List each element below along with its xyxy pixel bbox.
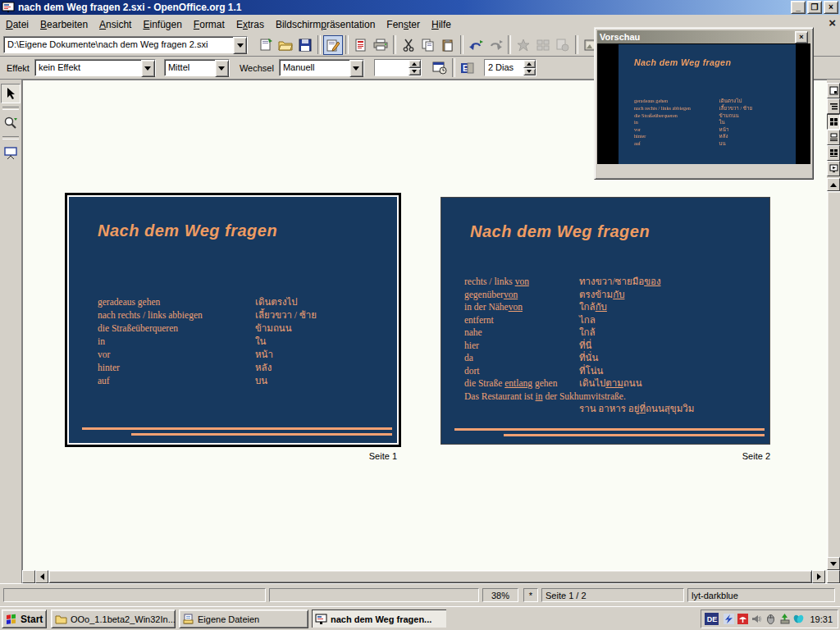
vocab-row: rechts / links vonทางขวา/ซายมือของ [464, 276, 694, 289]
app-icon [2, 2, 15, 13]
taskbar: Start OOo_1.1beta2_Win32In... Eigene Dat… [0, 606, 840, 630]
task-button-impress-active[interactable]: nach dem Weg fragen... [312, 609, 447, 628]
scroll-down-icon[interactable] [827, 557, 840, 570]
export-pdf-icon[interactable] [351, 35, 371, 55]
vocab-row: geradeaus gehenเดินตรงไป [98, 295, 317, 308]
slide-sorter-view-icon[interactable] [827, 114, 840, 130]
th-text: หน้า [255, 349, 273, 359]
preview-body: Nach dem Weg fragen geradeaus gehenเดินต… [597, 43, 810, 164]
scroll-left-icon[interactable] [35, 570, 48, 583]
de-text: dort [464, 365, 579, 378]
slide-1-canvas[interactable]: Nach dem Weg fragen geradeaus gehenเดินต… [619, 44, 796, 164]
th-text: หลัง [255, 363, 272, 372]
menu-hilfe[interactable]: Hilfe [426, 16, 457, 33]
transition-combobox[interactable]: Manuell [279, 59, 364, 76]
slide-divider-line [454, 428, 765, 431]
slide-2-canvas[interactable]: Nach dem Weg fragen rechts / links vonทา… [441, 198, 769, 444]
redo-icon[interactable] [486, 35, 505, 55]
tray-antivirus-icon[interactable] [737, 614, 748, 624]
vocab-row: vorหน้า [98, 348, 317, 361]
save-icon[interactable] [295, 35, 315, 55]
layout-name-field[interactable]: lyt-darkblue [687, 588, 835, 602]
restore-button[interactable]: ❐ [807, 1, 822, 14]
effects-window-icon[interactable] [430, 58, 450, 78]
copy-icon[interactable] [418, 35, 438, 55]
draw-functions-icon[interactable] [553, 35, 573, 55]
menu-fenster[interactable]: Fenster [381, 16, 426, 33]
scroll-up-icon[interactable] [827, 178, 840, 191]
transition-label: Wechsel [240, 63, 274, 73]
tray-eject-hardware-icon[interactable] [779, 614, 790, 624]
handout-view-icon[interactable] [827, 145, 840, 161]
preview-close-icon[interactable]: × [795, 31, 808, 43]
th-text: บน [255, 376, 267, 386]
scrollbar-splitter[interactable] [22, 570, 35, 583]
horizontal-scrollbar-thumb[interactable] [48, 570, 812, 583]
drawing-view-icon[interactable] [827, 83, 840, 98]
scroll-right-icon[interactable] [812, 570, 825, 583]
horizontal-scrollbar[interactable] [22, 570, 840, 583]
menu-einfuegen[interactable]: Einfügen [137, 16, 187, 33]
toolbar-separator [508, 35, 511, 54]
menu-extras[interactable]: Extras [231, 16, 270, 33]
zoom-level-field[interactable]: 38% [482, 588, 518, 602]
preview-titlebar[interactable]: Vorschau × [597, 30, 810, 43]
outline-view-icon[interactable] [827, 98, 840, 114]
tray-lightning-icon[interactable] [724, 614, 734, 624]
start-presentation-icon[interactable] [827, 161, 840, 176]
start-button[interactable]: Start [2, 609, 47, 628]
de-text: hinter [634, 133, 719, 140]
menu-datei[interactable]: Datei [0, 16, 34, 33]
tray-volume-icon[interactable] [751, 614, 762, 624]
tray-display-utility-icon[interactable] [793, 614, 804, 624]
slide-2-frame[interactable]: Nach dem Weg fragen rechts / links vonทา… [441, 197, 770, 445]
undo-icon[interactable] [466, 35, 486, 55]
effect-dropdown-icon[interactable] [141, 60, 155, 77]
task-button-folder[interactable]: OOo_1.1beta2_Win32In... [51, 609, 176, 628]
select-pointer-icon[interactable] [1, 84, 21, 103]
vocab-row: die Straßeüberquerenข้ามถนน [634, 112, 752, 119]
menu-format[interactable]: Format [188, 16, 231, 33]
url-dropdown-icon[interactable] [233, 37, 247, 54]
document-close-icon[interactable]: × [829, 16, 836, 29]
vocab-row: hierที่นี่ [464, 340, 694, 353]
close-button[interactable]: × [824, 1, 838, 14]
menu-bildschirmpraesentation[interactable]: Bildschirmpräsentation [270, 16, 381, 33]
print-icon[interactable] [371, 35, 390, 55]
de-text: die Straßeüberqueren [634, 112, 719, 119]
vocab-row: nach rechts / links abbiegenเลี้ยวขวา / … [98, 308, 317, 322]
time-spinner[interactable] [374, 59, 422, 76]
slide-1-canvas[interactable]: Nach dem Weg fragen geradeaus gehenเดินต… [69, 197, 397, 443]
taskbar-clock[interactable]: 19:31 [810, 614, 833, 624]
menu-ansicht[interactable]: Ansicht [94, 16, 137, 33]
effect-combobox[interactable]: kein Effekt [34, 59, 156, 76]
insert-fields-icon[interactable] [533, 35, 553, 55]
zoom-icon[interactable] [1, 113, 21, 133]
transition-dropdown-icon[interactable] [349, 60, 363, 77]
url-combobox[interactable]: D:\Eigene Dokumente\nach dem Weg fragen … [3, 36, 248, 53]
paste-icon[interactable] [438, 35, 458, 55]
new-document-icon[interactable] [256, 35, 276, 55]
th-text: ข้ามถนน [255, 323, 292, 333]
menu-bearbeiten[interactable]: Bearbeiten [34, 16, 94, 33]
right-scrollbar-strip [827, 80, 840, 583]
minimize-button[interactable]: _ [791, 1, 806, 14]
preview-window[interactable]: Vorschau × Nach dem Weg fragen geradeaus… [594, 27, 814, 180]
presentation-icon[interactable] [1, 143, 21, 162]
tray-mouse-icon[interactable] [765, 614, 776, 624]
insert-object-icon[interactable] [514, 35, 533, 55]
edit-file-icon[interactable] [323, 35, 343, 55]
speed-combobox[interactable]: Mittel [164, 59, 230, 76]
th-text: บน [719, 141, 726, 146]
interaction-icon[interactable]: E [458, 58, 477, 78]
notes-view-icon[interactable] [827, 130, 840, 145]
window-titlebar[interactable]: nach dem Weg fragen 2.sxi - OpenOffice.o… [0, 0, 840, 15]
cut-icon[interactable] [399, 35, 418, 55]
speed-dropdown-icon[interactable] [215, 60, 229, 77]
keyboard-language-indicator[interactable]: DE [705, 613, 719, 625]
dias-spinner[interactable]: 2 Dias [484, 59, 536, 76]
open-icon[interactable] [276, 35, 295, 55]
task-button-eigene-dateien[interactable]: Eigene Dateien [179, 609, 308, 628]
slide-1-selection-frame[interactable]: Nach dem Weg fragen geradeaus gehenเดินต… [65, 193, 401, 447]
page-indicator-field[interactable]: Seite 1 / 2 [541, 588, 684, 602]
